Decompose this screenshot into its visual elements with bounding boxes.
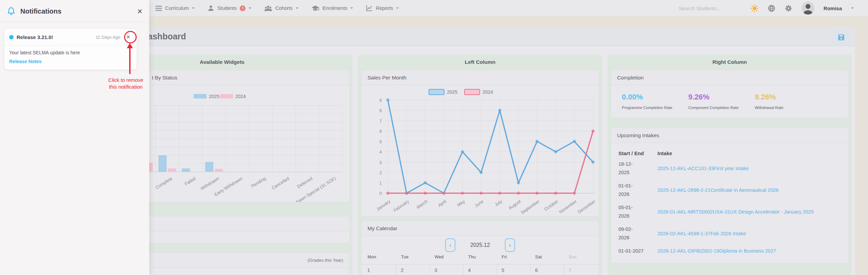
- svg-text:May: May: [456, 199, 466, 208]
- completion-stat: 9.26%Component Completion Rate: [688, 93, 755, 110]
- calendar-date-cell[interactable]: 7: [564, 264, 597, 275]
- nav-label: Enrolments: [322, 5, 347, 11]
- stat-label: Component Completion Rate: [688, 106, 755, 110]
- search-input[interactable]: [679, 5, 742, 11]
- chevron-down-icon: [296, 7, 298, 10]
- calendar-date-cell[interactable]: 3: [430, 264, 463, 275]
- calendar-date-cell[interactable]: 5: [497, 264, 530, 275]
- calendar-day-header: Thu: [463, 254, 497, 264]
- stat-label: Withdrawal Rate: [755, 106, 821, 110]
- settings-gear-icon[interactable]: [785, 4, 792, 12]
- intake-date: 05-01-2026: [618, 203, 652, 220]
- calendar-next-button[interactable]: ›: [505, 238, 515, 252]
- chevron-down-icon: [192, 7, 195, 10]
- svg-text:September: September: [520, 199, 540, 215]
- calendar-month-label: 2025.12: [470, 242, 490, 248]
- intake-row: 09-02-20262026-02-AKL-4599-1-37Feb 2026 …: [618, 223, 842, 244]
- svg-text:Cancelled: Cancelled: [271, 176, 290, 190]
- bell-icon: [6, 6, 16, 16]
- calendar-date-cell[interactable]: 6: [530, 264, 564, 275]
- close-panel-icon[interactable]: ×: [137, 8, 142, 15]
- column-right: Right Column Completion 0.00%Programme C…: [608, 54, 852, 275]
- unread-dot-icon: [9, 35, 14, 39]
- annotation-arrow-line: [129, 48, 131, 74]
- release-notes-link[interactable]: Release Notes: [9, 59, 42, 64]
- widget-title-bar: Upcoming Intakes: [611, 128, 848, 143]
- svg-text:2025: 2025: [447, 89, 457, 95]
- stat-label: Programme Completion Rate: [622, 106, 688, 110]
- line-chart-icon: [366, 5, 373, 12]
- calendar-day-header: Fri: [497, 254, 530, 264]
- col-intake: Intake: [657, 150, 672, 156]
- intakes-title: Upcoming Intakes: [617, 132, 659, 139]
- nav-reports[interactable]: Reports: [366, 5, 399, 12]
- menu-icon: [155, 5, 162, 11]
- calendar-date-cell[interactable]: 2: [396, 264, 430, 275]
- calendar-nav: ‹ 2025.12 ›: [361, 236, 599, 254]
- svg-text:January: January: [375, 199, 391, 212]
- calendar-date-cell[interactable]: 4: [463, 264, 497, 275]
- svg-text:June: June: [474, 199, 485, 208]
- status-chart-title: t By Status: [152, 75, 177, 81]
- intake-link[interactable]: 2026-12-AKL-DIPBIZ001-19Diploma in Busin…: [657, 247, 776, 255]
- save-icon: [837, 33, 845, 41]
- stat-value: 0.00%: [622, 93, 688, 102]
- calendar-title: My Calendar: [368, 225, 397, 232]
- nav-enrolments[interactable]: Enrolments: [311, 5, 353, 12]
- chevron-down-icon: [396, 7, 399, 10]
- svg-text:2024: 2024: [482, 89, 493, 95]
- svg-text:July: July: [494, 199, 503, 207]
- completion-stat: 0.00%Programme Completion Rate: [622, 93, 688, 110]
- nav-students[interactable]: Students !: [208, 5, 251, 12]
- annotation-text: Click to remove this notification: [97, 77, 155, 90]
- svg-text:November: November: [558, 199, 578, 215]
- sales-widget: Sales Per Month 0123456789JanuaryFebruar…: [361, 70, 599, 217]
- dashboard-card: Dashboard Available Widgets t By Status …: [86, 27, 855, 275]
- avatar[interactable]: [802, 2, 814, 15]
- intakes-table-header: Start / End Intake: [618, 150, 842, 156]
- calendar-week-row: 1234567: [361, 264, 599, 275]
- intake-link[interactable]: 2026-01-AKL-MRTS0002UXA-31UX Design Acce…: [657, 208, 814, 216]
- chevron-down-icon: [851, 7, 854, 10]
- calendar-day-header: Sat: [530, 254, 564, 264]
- svg-text:October: October: [543, 199, 559, 212]
- nav-curriculum[interactable]: Curriculum: [155, 5, 195, 11]
- svg-text:Failed: Failed: [184, 176, 197, 186]
- user-menu[interactable]: Romisa: [824, 5, 842, 11]
- widget-title-bar: Sales Per Month: [361, 70, 599, 85]
- completion-stats: 0.00%Programme Completion Rate9.26%Compo…: [611, 85, 848, 110]
- theme-sun-icon[interactable]: [751, 4, 758, 12]
- save-dashboard-button[interactable]: [833, 30, 849, 45]
- column-left: Left Column Sales Per Month 0123456789Ja…: [358, 54, 602, 275]
- svg-text:2025: 2025: [209, 94, 219, 99]
- svg-text:Pending: Pending: [250, 176, 267, 189]
- calendar-prev-button[interactable]: ‹: [445, 238, 455, 252]
- nav-cohorts[interactable]: Cohorts: [264, 5, 298, 12]
- nav-label: Students: [217, 5, 237, 11]
- notification-body: Your latest SELMA update is here Release…: [4, 45, 137, 70]
- chevron-down-icon: [249, 7, 251, 10]
- svg-text:April: April: [437, 199, 447, 208]
- notification-card: Release 3.21.0! 11 Days Ago × Your lates…: [4, 29, 137, 70]
- completion-widget: Completion 0.00%Programme Completion Rat…: [611, 70, 849, 118]
- svg-text:8: 8: [379, 108, 382, 113]
- widget-title-bar: Completion: [611, 70, 848, 85]
- notifications-title: Notifications: [20, 7, 137, 15]
- intake-link[interactable]: 2025-12-AKL-ACC101-33First year intake: [657, 164, 749, 173]
- column-header: Right Column: [611, 54, 849, 70]
- intake-link[interactable]: 2025-12-AKL-2898-2-21Certificate in Aero…: [657, 186, 778, 195]
- intake-link[interactable]: 2026-02-AKL-4599-1-37Feb 2026 Intake: [657, 230, 746, 238]
- svg-text:March: March: [416, 199, 429, 210]
- svg-text:2024: 2024: [235, 94, 246, 99]
- svg-text:4: 4: [379, 149, 382, 154]
- svg-text:5: 5: [379, 139, 382, 144]
- nav-label: Cohorts: [275, 5, 293, 11]
- svg-text:6: 6: [379, 129, 382, 134]
- calendar-day-headers: MonTueWedThuFriSatSun: [361, 254, 599, 264]
- calendar-date-cell[interactable]: 1: [363, 264, 396, 275]
- grades-subtitle: (Grades this Year): [308, 258, 343, 263]
- chevron-down-icon: [350, 7, 353, 10]
- notification-text: Your latest SELMA update is here: [9, 50, 132, 55]
- language-globe-icon[interactable]: [768, 4, 775, 12]
- svg-text:February: February: [392, 199, 410, 213]
